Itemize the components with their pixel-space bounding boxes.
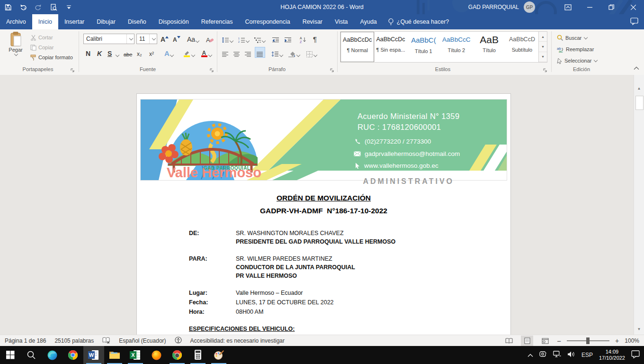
scroll-down-button[interactable]: ▼ [635, 325, 643, 333]
tray-cast-icon[interactable] [539, 351, 547, 359]
italic-button[interactable]: K [96, 47, 103, 57]
styles-scroll-up[interactable]: ▲ [539, 32, 547, 42]
tray-language[interactable]: ESP [581, 352, 593, 358]
restore-button[interactable] [600, 0, 622, 14]
taskbar-search-button[interactable] [21, 346, 42, 364]
scroll-up-button[interactable]: ▲ [635, 84, 643, 92]
taskbar-excel-icon[interactable]: X [125, 346, 146, 364]
accessibility-status[interactable]: Accesibilidad: es necesario investigar [190, 337, 285, 344]
styles-gallery-more[interactable]: ▼ [539, 52, 547, 62]
format-painter-button[interactable]: Copiar formato [30, 53, 73, 62]
style-titulo-2[interactable]: AaBbCcC Título 2 [440, 32, 473, 62]
styles-dialog-launcher[interactable] [543, 66, 548, 72]
style-normal[interactable]: AaBbCcDc ¶ Normal [340, 32, 374, 62]
taskbar-chrome-profile-icon[interactable] [167, 346, 188, 364]
replace-button[interactable]: abac Reemplazar [557, 45, 594, 54]
paragraph-dialog-launcher[interactable] [330, 66, 335, 72]
collapse-ribbon-button[interactable] [634, 64, 639, 72]
account-name[interactable]: GAD PARROQUIAL [468, 4, 519, 10]
ribbon-display-options-button[interactable] [557, 0, 579, 14]
find-button[interactable]: Buscar [557, 33, 587, 43]
zoom-out-button[interactable]: − [557, 337, 561, 345]
tab-diseno[interactable]: Diseño [122, 14, 152, 29]
numbered-list-button[interactable]: 12 [237, 33, 250, 43]
cut-button[interactable]: Cortar [30, 33, 53, 42]
tab-vista[interactable]: Vista [329, 14, 354, 29]
tab-referencias[interactable]: Referencias [195, 14, 239, 29]
volume-icon[interactable] [567, 351, 575, 360]
increase-indent-button[interactable] [283, 33, 293, 43]
shrink-font-button[interactable]: A [171, 33, 182, 43]
tray-clock[interactable]: 14:09 17/10/2022 [599, 349, 625, 361]
page-indicator[interactable]: Página 1 de 186 [5, 337, 46, 344]
start-button[interactable] [0, 346, 21, 364]
word-count[interactable]: 25105 palabras [54, 337, 94, 344]
zoom-level[interactable]: 100% [625, 337, 639, 344]
align-right-button[interactable] [243, 47, 253, 57]
shading-button[interactable] [287, 47, 301, 57]
styles-scroll-down[interactable]: ▼ [539, 42, 547, 52]
bold-button[interactable]: N [84, 47, 92, 57]
paste-button[interactable]: Pegar [4, 32, 27, 56]
grow-font-button[interactable]: A [159, 33, 170, 43]
taskbar-edge-icon[interactable] [42, 346, 63, 364]
copy-button[interactable]: Copiar [30, 43, 54, 52]
font-family-combo[interactable]: Calibri [83, 34, 134, 44]
avatar[interactable]: GP [524, 1, 535, 13]
borders-button[interactable] [305, 47, 318, 57]
tray-show-hidden-icons[interactable] [528, 351, 533, 359]
web-layout-button[interactable] [539, 336, 551, 346]
highlight-button[interactable] [182, 47, 196, 57]
align-center-button[interactable] [232, 47, 242, 57]
font-dialog-launcher[interactable] [209, 66, 215, 72]
multilevel-list-button[interactable] [253, 33, 267, 43]
accessibility-icon[interactable] [175, 337, 182, 345]
network-icon[interactable] [553, 351, 561, 359]
line-spacing-button[interactable] [270, 47, 284, 57]
tab-revisar[interactable]: Revisar [296, 14, 329, 29]
style-titulo[interactable]: AaB Título [473, 32, 505, 62]
style-titulo-1[interactable]: AaBbC( Título 1 [407, 32, 440, 62]
decrease-indent-button[interactable] [271, 33, 281, 43]
tell-me-box[interactable]: ¿Qué desea hacer? [383, 14, 454, 29]
tab-ayuda[interactable]: Ayuda [354, 14, 383, 29]
subscript-button[interactable]: x₂ [135, 47, 143, 57]
underline-button[interactable]: S [106, 47, 113, 57]
action-center-icon[interactable] [631, 350, 640, 360]
taskbar-paint-icon[interactable] [208, 346, 229, 364]
underline-dropdown[interactable] [114, 47, 120, 57]
tab-insertar[interactable]: Insertar [58, 14, 90, 29]
show-paragraph-marks-button[interactable]: ¶ [312, 33, 318, 43]
vertical-scrollbar[interactable]: ▲ ▼ [634, 75, 644, 335]
proofing-icon[interactable] [102, 337, 110, 345]
align-left-button[interactable] [221, 47, 230, 57]
zoom-in-button[interactable]: + [615, 337, 619, 345]
zoom-slider-thumb[interactable] [586, 337, 590, 344]
taskbar-word-icon[interactable]: W [83, 346, 104, 364]
clear-formatting-button[interactable]: A [205, 33, 215, 43]
taskbar-file-explorer-icon[interactable] [104, 346, 125, 364]
minimize-button[interactable] [579, 0, 600, 14]
bullet-list-button[interactable] [221, 33, 234, 43]
text-effects-button[interactable]: A [163, 47, 175, 57]
read-mode-button[interactable] [503, 336, 515, 346]
superscript-button[interactable]: x² [148, 47, 155, 57]
style-sin-espaciado[interactable]: AaBbCcDc ¶ Sin espa... [374, 32, 407, 62]
taskbar-calculator-icon[interactable] [188, 346, 208, 364]
font-color-button[interactable]: A [200, 47, 213, 57]
tab-dibujar[interactable]: Dibujar [90, 14, 122, 29]
close-button[interactable] [622, 0, 644, 14]
style-subtitulo[interactable]: AaBbCcD Subtítulo [506, 32, 538, 62]
change-case-button[interactable]: Aa [186, 33, 200, 43]
tab-disposicion[interactable]: Disposición [152, 14, 195, 29]
scrollbar-thumb[interactable] [635, 96, 644, 110]
font-size-combo[interactable]: 11 [136, 34, 157, 44]
feedback-icon[interactable] [630, 18, 638, 27]
tab-inicio[interactable]: Inicio [32, 14, 58, 29]
strikethrough-button[interactable]: abe [122, 47, 134, 57]
clipboard-dialog-launcher[interactable] [70, 66, 75, 72]
zoom-slider[interactable] [567, 340, 609, 341]
tab-correspondencia[interactable]: Correspondencia [239, 14, 296, 29]
select-button[interactable]: Seleccionar [557, 56, 597, 65]
tab-archivo[interactable]: Archivo [0, 14, 32, 29]
